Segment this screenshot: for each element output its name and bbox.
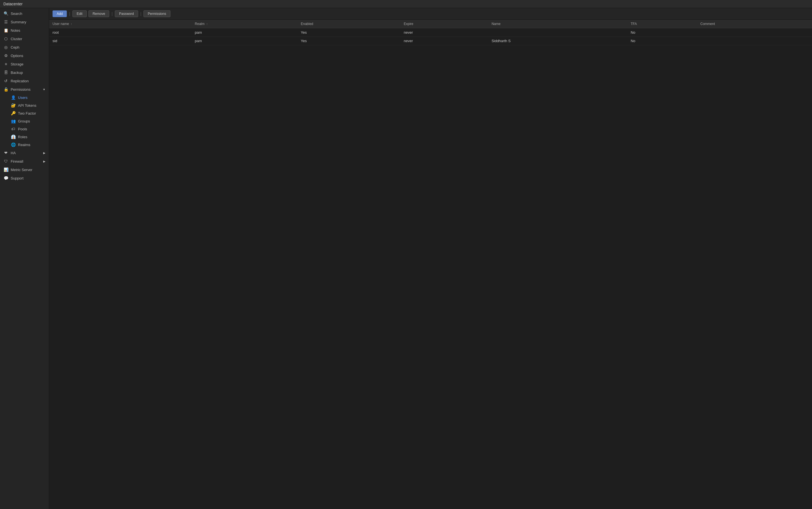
edit-button[interactable]: Edit: [72, 10, 87, 17]
notes-icon: 📋: [3, 28, 8, 33]
sidebar-item-label: Firewall: [11, 159, 23, 164]
support-icon: 💬: [3, 176, 8, 180]
sidebar-item-label: Options: [11, 54, 23, 58]
cell-enabled: Yes: [297, 28, 400, 37]
sidebar-item-support[interactable]: 💬 Support: [0, 174, 49, 182]
cell-comment: [697, 37, 812, 45]
sidebar-sub-item-label: Roles: [18, 135, 27, 139]
sidebar-item-label: Search: [11, 11, 22, 16]
toolbar: Add | Edit Remove | Password | Permissio…: [49, 8, 812, 20]
sidebar-item-search[interactable]: 🔍 Search: [0, 9, 49, 18]
sidebar-item-roles[interactable]: 👔 Roles: [0, 133, 49, 141]
sidebar-item-permissions[interactable]: 🔒 Permissions ▼: [0, 85, 49, 94]
sidebar-item-options[interactable]: ⚙ Options: [0, 52, 49, 60]
table-header-row: User name ↑ Realm ↑ Enabled Expire: [49, 20, 812, 28]
metric-server-icon: 📊: [3, 167, 8, 172]
realms-icon: 🌐: [11, 142, 16, 147]
groups-icon: 👥: [11, 119, 16, 123]
sidebar-item-pools[interactable]: 🏷 Pools: [0, 125, 49, 133]
col-tfa: TFA: [627, 20, 697, 28]
sidebar-item-storage[interactable]: ≡ Storage: [0, 60, 49, 68]
cell-comment: [697, 28, 812, 37]
sidebar-item-ha[interactable]: ❤ HA ▶: [0, 148, 49, 157]
permissions-button[interactable]: Permissions: [143, 10, 170, 17]
cell-name: [488, 28, 628, 37]
app-body: 🔍 Search ☰ Summary 📋 Notes ⬡ Cluster ◎ C…: [0, 8, 812, 509]
firewall-icon: 🛡: [3, 159, 8, 164]
summary-icon: ☰: [3, 20, 8, 24]
cell-enabled: Yes: [297, 37, 400, 45]
cell-tfa: No: [627, 28, 697, 37]
toolbar-separator: |: [69, 11, 71, 16]
storage-icon: ≡: [3, 62, 8, 66]
col-expire: Expire: [400, 20, 488, 28]
sidebar-item-label: Permissions: [11, 88, 31, 92]
roles-icon: 👔: [11, 135, 16, 139]
chevron-down-icon: ▼: [43, 88, 45, 91]
backup-icon: 🗄: [3, 70, 8, 75]
ha-icon: ❤: [3, 150, 8, 155]
cell-expire: never: [400, 28, 488, 37]
users-table-area: User name ↑ Realm ↑ Enabled Expire: [49, 20, 812, 509]
sidebar-item-notes[interactable]: 📋 Notes: [0, 26, 49, 35]
api-token-icon: 🔐: [11, 103, 16, 108]
sidebar-sub-item-label: Two Factor: [18, 111, 36, 115]
sidebar-item-label: Backup: [11, 70, 23, 75]
sort-arrow-icon: ↑: [206, 23, 208, 26]
chevron-right-icon: ▶: [43, 151, 45, 155]
sidebar-sub-item-label: Pools: [18, 127, 27, 131]
toolbar-separator: |: [111, 11, 113, 16]
add-button[interactable]: Add: [52, 10, 67, 17]
remove-button[interactable]: Remove: [89, 10, 109, 17]
sidebar-item-cluster[interactable]: ⬡ Cluster: [0, 35, 49, 43]
sidebar-item-label: Ceph: [11, 45, 20, 49]
sidebar-item-users[interactable]: 👤 Users: [0, 94, 49, 101]
two-factor-icon: 🔑: [11, 111, 16, 115]
sort-arrow-icon: ↑: [71, 23, 72, 26]
col-realm[interactable]: Realm ↑: [191, 20, 297, 28]
col-name: Name: [488, 20, 628, 28]
sidebar-item-label: Notes: [11, 28, 20, 33]
toolbar-separator: |: [140, 11, 142, 16]
title-bar: Datacenter: [0, 0, 812, 8]
sidebar-sub-item-label: Realms: [18, 143, 30, 147]
user-icon: 👤: [11, 95, 16, 100]
sidebar-item-label: Storage: [11, 62, 24, 66]
sidebar-item-ceph[interactable]: ◎ Ceph: [0, 43, 49, 52]
password-button[interactable]: Password: [115, 10, 138, 17]
options-icon: ⚙: [3, 54, 8, 58]
sidebar-item-realms[interactable]: 🌐 Realms: [0, 141, 49, 148]
col-comment: Comment: [697, 20, 812, 28]
table-row[interactable]: sidpamYesneverSiddharth SNo: [49, 37, 812, 45]
pools-icon: 🏷: [11, 127, 16, 131]
sidebar-item-summary[interactable]: ☰ Summary: [0, 18, 49, 26]
sidebar-item-groups[interactable]: 👥 Groups: [0, 117, 49, 125]
col-username[interactable]: User name ↑: [49, 20, 191, 28]
sidebar-item-two-factor[interactable]: 🔑 Two Factor: [0, 109, 49, 117]
sidebar-item-label: Metric Server: [11, 168, 32, 172]
col-enabled: Enabled: [297, 20, 400, 28]
sidebar-item-label: HA: [11, 151, 16, 155]
sidebar-item-replication[interactable]: ↺ Replication: [0, 77, 49, 85]
cluster-icon: ⬡: [3, 36, 8, 41]
replication-icon: ↺: [3, 79, 8, 83]
cell-name: Siddharth S: [488, 37, 628, 45]
sidebar-item-firewall[interactable]: 🛡 Firewall ▶: [0, 157, 49, 165]
sidebar-item-label: Replication: [11, 79, 29, 83]
ceph-icon: ◎: [3, 45, 8, 49]
cell-realm: pam: [191, 28, 297, 37]
sidebar-item-label: Support: [11, 176, 24, 180]
sidebar-item-api-tokens[interactable]: 🔐 API Tokens: [0, 101, 49, 109]
table-row[interactable]: rootpamYesneverNo: [49, 28, 812, 37]
cell-username: sid: [49, 37, 191, 45]
users-table: User name ↑ Realm ↑ Enabled Expire: [49, 20, 812, 45]
app-title: Datacenter: [3, 2, 23, 6]
main-content: Add | Edit Remove | Password | Permissio…: [49, 8, 812, 509]
sidebar-item-metric-server[interactable]: 📊 Metric Server: [0, 165, 49, 174]
sidebar-item-label: Summary: [11, 20, 26, 24]
sidebar-item-backup[interactable]: 🗄 Backup: [0, 68, 49, 77]
permissions-icon: 🔒: [3, 87, 8, 92]
sidebar: 🔍 Search ☰ Summary 📋 Notes ⬡ Cluster ◎ C…: [0, 8, 49, 509]
chevron-right-icon: ▶: [43, 160, 45, 163]
sidebar-sub-item-label: Users: [18, 96, 28, 100]
